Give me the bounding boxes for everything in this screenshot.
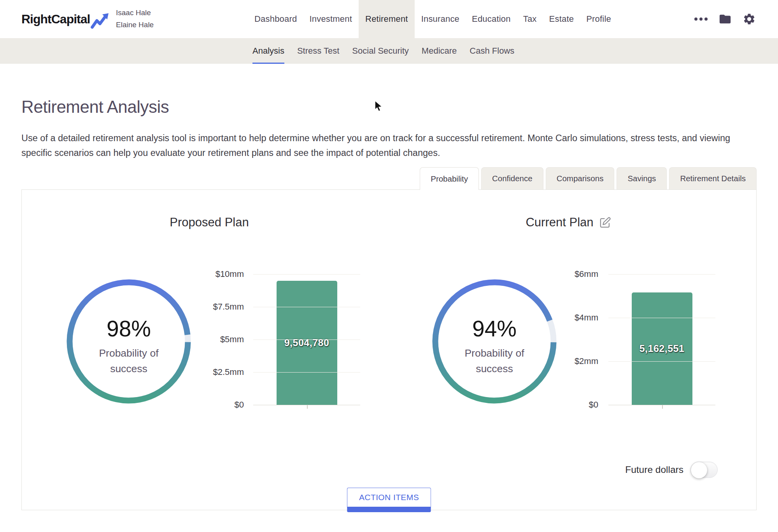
- gear-icon[interactable]: [743, 12, 756, 26]
- subnav-item-cash-flows[interactable]: Cash Flows: [470, 38, 514, 64]
- app-window: RightCapital Isaac Hale Elaine Hale Dash…: [0, 0, 778, 532]
- gridline: [608, 361, 715, 362]
- gridline: [253, 307, 360, 307]
- page-title: Retirement Analysis: [21, 97, 169, 117]
- gridline: [608, 405, 715, 405]
- brand-logo[interactable]: RightCapital: [21, 0, 109, 38]
- bar-plot: 5,162,551: [608, 274, 715, 405]
- gridline: [253, 274, 360, 275]
- nav-item-estate[interactable]: Estate: [549, 0, 574, 38]
- gridline: [253, 340, 360, 340]
- tab-probability[interactable]: Probability: [420, 167, 479, 190]
- proposed-plan-title: Proposed Plan: [93, 215, 326, 229]
- proposed-plan-title-text: Proposed Plan: [170, 215, 249, 229]
- y-axis-tick-label: $5mm: [220, 334, 244, 345]
- gridline: [253, 405, 360, 405]
- probability-percent: 94%: [472, 317, 517, 341]
- probability-percent: 98%: [107, 317, 151, 341]
- bar-value-label: 9,504,780: [284, 337, 329, 348]
- trending-arrow-icon: [91, 12, 109, 30]
- subnav-item-social-security[interactable]: Social Security: [352, 38, 409, 64]
- more-ellipsis-icon[interactable]: [694, 18, 708, 21]
- gridline: [253, 372, 360, 373]
- nav-item-education[interactable]: Education: [472, 0, 511, 38]
- nav-item-dashboard[interactable]: Dashboard: [254, 0, 297, 38]
- proposed-probability-gauge: 98% Probability of success: [67, 279, 191, 404]
- tab-comparisons[interactable]: Comparisons: [546, 167, 615, 189]
- subnav-item-stress-test[interactable]: Stress Test: [297, 38, 339, 64]
- y-axis-tick-label: $7.5mm: [213, 302, 244, 312]
- bar-value-label: 5,162,551: [640, 343, 685, 354]
- current-plan-title: Current Plan: [452, 215, 685, 229]
- probability-caption: Probability of success: [84, 345, 173, 376]
- analysis-tab-bar: Probability Confidence Comparisons Savin…: [420, 167, 757, 190]
- action-items-button[interactable]: ACTION ITEMS: [347, 488, 431, 512]
- client-name-secondary: Elaine Hale: [116, 19, 154, 31]
- top-header: RightCapital Isaac Hale Elaine Hale Dash…: [0, 0, 778, 38]
- x-axis-tick: [307, 405, 308, 409]
- page-description: Use of a detailed retirement analysis to…: [21, 131, 759, 160]
- nav-item-insurance[interactable]: Insurance: [421, 0, 459, 38]
- future-dollars-label: Future dollars: [625, 464, 683, 475]
- tab-savings[interactable]: Savings: [617, 167, 667, 189]
- x-axis-tick: [662, 405, 663, 409]
- nav-item-tax[interactable]: Tax: [523, 0, 537, 38]
- probability-panel: Proposed Plan Current Plan 98% Probabili…: [21, 189, 757, 510]
- bar-plot: 9,504,780: [253, 274, 360, 405]
- y-axis-tick-label: $10mm: [216, 269, 244, 279]
- y-axis-labels: $10mm$7.5mm$5mm$2.5mm$0: [177, 274, 244, 405]
- brand-logo-text: RightCapital: [21, 12, 90, 26]
- header-icon-group: [694, 0, 756, 38]
- gridline: [608, 274, 715, 275]
- subnav-item-medicare[interactable]: Medicare: [422, 38, 457, 64]
- nav-item-investment[interactable]: Investment: [309, 0, 352, 38]
- edit-plan-icon[interactable]: [599, 217, 611, 229]
- folder-icon[interactable]: [718, 12, 732, 26]
- savings-bar[interactable]: 5,162,551: [632, 292, 692, 405]
- y-axis-tick-label: $2.5mm: [213, 367, 244, 377]
- mouse-cursor: [374, 100, 384, 112]
- gridline: [608, 318, 715, 318]
- probability-caption: Probability of success: [450, 345, 539, 376]
- nav-item-retirement[interactable]: Retirement: [359, 0, 415, 38]
- future-dollars-row: Future dollars: [625, 462, 718, 478]
- current-plan-title-text: Current Plan: [526, 215, 593, 229]
- nav-item-profile[interactable]: Profile: [586, 0, 611, 38]
- y-axis-labels: $6mm$4mm$2mm$0: [531, 274, 598, 405]
- tab-retirement-details[interactable]: Retirement Details: [669, 167, 757, 189]
- subnav-item-analysis[interactable]: Analysis: [252, 38, 284, 64]
- y-axis-tick-label: $0: [589, 400, 598, 410]
- y-axis-tick-label: $2mm: [575, 356, 598, 366]
- retirement-subnav: Analysis Stress Test Social Security Med…: [0, 38, 778, 64]
- toggle-knob: [691, 462, 707, 478]
- y-axis-tick-label: $4mm: [575, 313, 598, 323]
- main-nav: Dashboard Investment Retirement Insuranc…: [254, 0, 611, 38]
- y-axis-tick-label: $0: [235, 400, 244, 410]
- y-axis-tick-label: $6mm: [575, 269, 598, 279]
- savings-bar[interactable]: 9,504,780: [277, 281, 337, 405]
- tab-confidence[interactable]: Confidence: [481, 167, 543, 189]
- client-name-primary: Isaac Hale: [116, 7, 154, 19]
- future-dollars-toggle[interactable]: [690, 462, 718, 478]
- client-names[interactable]: Isaac Hale Elaine Hale: [116, 7, 154, 31]
